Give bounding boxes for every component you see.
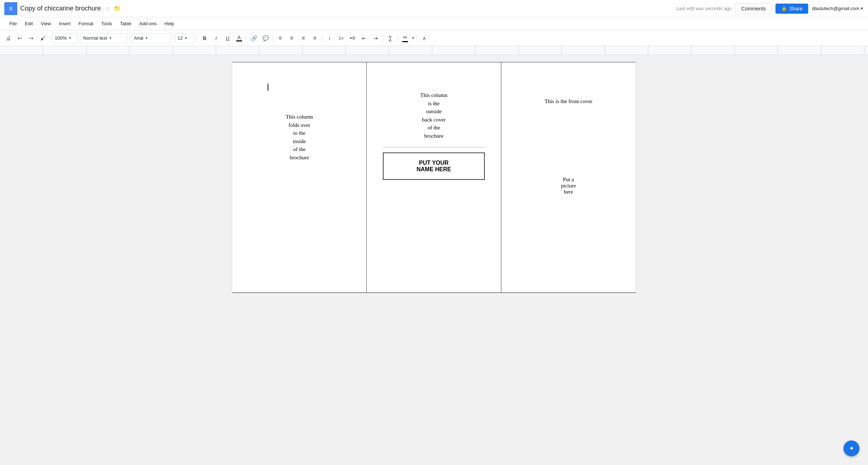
size-arrow: ▼ xyxy=(184,36,188,40)
menu-tools[interactable]: Tools xyxy=(98,19,116,28)
folder-icon[interactable]: 📁 xyxy=(114,5,121,12)
app-menu-button[interactable]: ≡ xyxy=(4,2,17,15)
link-button[interactable]: 🔗 xyxy=(249,33,259,44)
zoom-value: 100% xyxy=(55,35,67,41)
underline-button[interactable]: U xyxy=(222,33,233,44)
zoom-select[interactable]: 100% ▼ xyxy=(52,33,77,43)
star-icon[interactable]: ☆ xyxy=(105,5,110,12)
brochure-column-1[interactable]: This column folds over to the inside of … xyxy=(232,62,367,292)
menu-addons[interactable]: Add-ons xyxy=(135,19,160,28)
brochure-table: This column folds over to the inside of … xyxy=(232,62,636,293)
document-area[interactable]: This column folds over to the inside of … xyxy=(0,55,868,465)
user-account[interactable]: dlastutech@gmail.com ▼ xyxy=(812,6,864,11)
front-cover-text: This is the front cover xyxy=(545,98,592,105)
document-title[interactable]: Copy of chiccarine brochure xyxy=(20,5,101,12)
font-color-bar xyxy=(236,40,242,41)
lock-icon: 🔒 xyxy=(781,6,787,11)
brochure-column-3[interactable]: This is the front cover Put a picture he… xyxy=(501,62,636,292)
menu-edit[interactable]: Edit xyxy=(21,19,36,28)
menu-view[interactable]: View xyxy=(37,19,54,28)
menu-bar: File Edit View Insert Format Tools Table… xyxy=(0,17,868,30)
toolbar: 🖨 ↩ ↪ 🖌 100% ▼ Normal text ▼ Arial ▼ 12 … xyxy=(0,30,868,46)
col1-text: This column folds over to the inside of … xyxy=(286,113,313,161)
menu-file[interactable]: File xyxy=(6,19,21,28)
brochure-column-2[interactable]: This column is the outside back cover of… xyxy=(367,62,501,292)
divider-4 xyxy=(173,35,173,42)
divider-7 xyxy=(273,35,273,42)
collapse-toolbar-button[interactable]: ∧ xyxy=(419,33,430,44)
pen-icon: ✏ xyxy=(403,34,408,41)
undo-button[interactable]: ↩ xyxy=(14,33,25,44)
size-select[interactable]: 12 ▼ xyxy=(175,33,195,43)
ai-assistant-button[interactable]: ✦ xyxy=(844,440,859,456)
line-spacing-button[interactable]: ↕ xyxy=(324,33,335,44)
align-left-button[interactable]: ≡ xyxy=(275,33,286,44)
italic-button[interactable]: I xyxy=(211,33,222,44)
dropdown-arrow: ▼ xyxy=(860,6,864,10)
picture-placeholder-text: Put a picture here xyxy=(561,177,576,195)
bold-button[interactable]: B xyxy=(199,33,210,44)
document-page: This column folds over to the inside of … xyxy=(232,62,636,293)
hamburger-icon: ≡ xyxy=(9,5,13,12)
comment-button[interactable]: 💬 xyxy=(260,33,271,44)
redo-button[interactable]: ↪ xyxy=(26,33,37,44)
menu-insert[interactable]: Insert xyxy=(55,19,74,28)
font-color-button[interactable]: A xyxy=(234,33,245,44)
indent-decrease-button[interactable]: ⇤ xyxy=(359,33,370,44)
font-color-letter: A xyxy=(237,35,241,40)
menu-help[interactable]: Help xyxy=(161,19,178,28)
unordered-list-button[interactable]: •≡ xyxy=(347,33,358,44)
name-box-text: PUT YOUR NAME HERE xyxy=(387,160,480,173)
col2-divider xyxy=(383,147,484,147)
font-value: Arial xyxy=(134,35,143,41)
divider-10 xyxy=(398,35,398,42)
menu-table[interactable]: Table xyxy=(116,19,135,28)
align-right-button[interactable]: ≡ xyxy=(298,33,309,44)
align-center-button[interactable]: ≡ xyxy=(286,33,297,44)
comments-button[interactable]: Comments xyxy=(735,3,772,14)
divider-2 xyxy=(79,35,79,42)
user-email-text: dlastutech@gmail.com xyxy=(812,6,859,11)
formula-button[interactable]: ∑ xyxy=(385,33,396,44)
top-bar-left: ≡ Copy of chiccarine brochure ☆ 📁 xyxy=(4,2,121,15)
last-edit-status: Last edit was seconds ago xyxy=(676,6,731,11)
indent-increase-button[interactable]: ⇥ xyxy=(370,33,381,44)
divider-1 xyxy=(50,35,50,42)
pen-color-arrow[interactable]: ▼ xyxy=(411,36,415,40)
share-button[interactable]: 🔒 Share xyxy=(775,4,808,14)
name-box[interactable]: PUT YOUR NAME HERE xyxy=(383,152,484,180)
divider-6 xyxy=(246,35,247,42)
size-value: 12 xyxy=(178,35,183,41)
top-bar-right: Last edit was seconds ago Comments 🔒 Sha… xyxy=(676,3,864,14)
pen-color-button[interactable]: ✏ xyxy=(400,33,411,44)
ruler-inner xyxy=(0,46,868,54)
divider-9 xyxy=(383,35,383,42)
font-select[interactable]: Arial ▼ xyxy=(131,33,171,43)
ruler xyxy=(0,46,868,55)
align-justify-button[interactable]: ≡ xyxy=(309,33,320,44)
share-label: Share xyxy=(789,6,802,12)
col2-content: This column is the outside back cover of… xyxy=(367,62,501,191)
style-value: Normal text xyxy=(83,35,107,41)
ordered-list-button[interactable]: 1≡ xyxy=(336,33,346,44)
divider-11 xyxy=(417,35,417,42)
divider-8 xyxy=(322,35,322,42)
sparkle-icon: ✦ xyxy=(849,444,854,452)
divider-3 xyxy=(129,35,130,42)
zoom-arrow: ▼ xyxy=(68,36,72,40)
top-bar: ≡ Copy of chiccarine brochure ☆ 📁 Last e… xyxy=(0,0,868,17)
divider-5 xyxy=(197,35,197,42)
pen-color-bar xyxy=(402,41,408,42)
menu-format[interactable]: Format xyxy=(75,19,97,28)
col2-top-text: This column is the outside back cover of… xyxy=(374,91,493,140)
paint-format-button[interactable]: 🖌 xyxy=(37,33,48,44)
style-arrow: ▼ xyxy=(108,36,112,40)
font-arrow: ▼ xyxy=(145,36,148,40)
style-select[interactable]: Normal text ▼ xyxy=(81,33,127,43)
print-button[interactable]: 🖨 xyxy=(3,33,14,44)
